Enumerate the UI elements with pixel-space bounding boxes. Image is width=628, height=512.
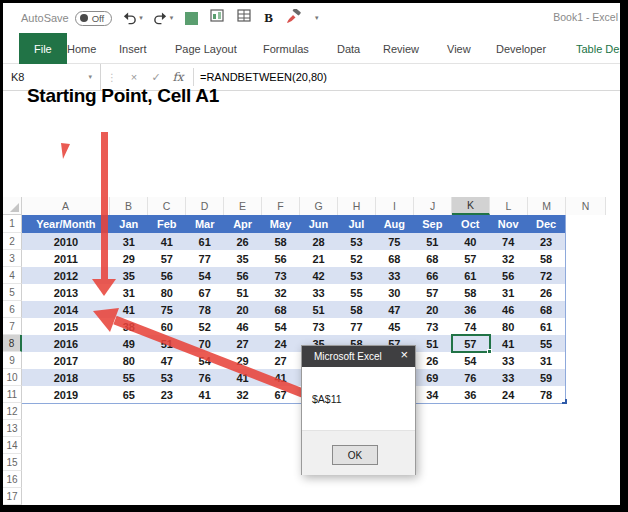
dialog-close-icon[interactable]: × [400, 347, 408, 362]
row-header-4[interactable]: 4 [3, 267, 22, 284]
table-cell[interactable]: 26 [413, 352, 451, 369]
table-cell[interactable]: 69 [413, 369, 451, 386]
table-cell[interactable]: 26 [224, 233, 262, 250]
tab-file[interactable]: File [19, 33, 67, 64]
table-cell[interactable]: 33 [489, 369, 527, 386]
undo-button[interactable]: ▾ [122, 11, 143, 25]
table-header-cell[interactable]: Jan [110, 215, 148, 233]
table-cell[interactable]: 68 [527, 301, 565, 318]
table-cell[interactable]: 58 [527, 250, 565, 267]
table-cell[interactable]: 68 [262, 301, 300, 318]
table-header-cell[interactable]: Jun [300, 215, 338, 233]
table-cell[interactable]: 24 [262, 335, 300, 352]
column-header-N[interactable]: N [566, 197, 606, 215]
table-cell[interactable]: 41 [186, 386, 224, 403]
table-cell[interactable]: 58 [337, 301, 375, 318]
table-cell[interactable]: 24 [489, 386, 527, 403]
tab-insert[interactable]: Insert [117, 33, 149, 64]
row-header-14[interactable]: 14 [3, 437, 22, 454]
table-cell[interactable]: 80 [110, 352, 148, 369]
table-cell[interactable]: 53 [337, 267, 375, 284]
table-cell[interactable]: 78 [186, 301, 224, 318]
table-cell[interactable]: 56 [489, 267, 527, 284]
tab-developer[interactable]: Developer [494, 33, 548, 64]
table-cell[interactable]: 59 [527, 369, 565, 386]
table-cell[interactable]: 80 [489, 318, 527, 335]
table-cell[interactable]: 20 [413, 301, 451, 318]
table-cell[interactable]: 41 [110, 301, 148, 318]
enter-formula-icon[interactable]: ✓ [145, 71, 167, 84]
tab-data[interactable]: Data [335, 33, 362, 64]
column-header-B[interactable]: B [110, 197, 148, 215]
table-cell[interactable]: 30 [375, 284, 413, 301]
table-cell[interactable]: 72 [527, 267, 565, 284]
table-cell[interactable]: 2010 [22, 233, 110, 250]
table-cell[interactable]: 75 [375, 233, 413, 250]
table-cell[interactable]: 36 [451, 301, 489, 318]
table-cell[interactable]: 57 [451, 250, 489, 267]
column-header-G[interactable]: G [300, 197, 338, 215]
table-cell[interactable]: 70 [186, 335, 224, 352]
select-all-button[interactable] [3, 197, 22, 215]
table-cell[interactable]: 31 [527, 352, 565, 369]
row-header-13[interactable]: 13 [3, 420, 22, 437]
table-cell[interactable]: 54 [451, 352, 489, 369]
row-header-10[interactable]: 10 [3, 369, 22, 386]
column-header-F[interactable]: F [262, 197, 300, 215]
table-cell[interactable]: 51 [300, 301, 338, 318]
table-cell[interactable]: 41 [148, 233, 186, 250]
table-cell[interactable]: 76 [186, 369, 224, 386]
table-cell[interactable]: 36 [451, 386, 489, 403]
table-cell[interactable]: 47 [375, 301, 413, 318]
table-cell[interactable]: 2016 [22, 335, 110, 352]
tab-formulas[interactable]: Formulas [261, 33, 311, 64]
tab-view[interactable]: View [445, 33, 473, 64]
table-header-cell[interactable]: Sep [413, 215, 451, 233]
table-cell[interactable]: 73 [413, 318, 451, 335]
table-cell[interactable]: 74 [489, 233, 527, 250]
table-cell[interactable]: 54 [186, 267, 224, 284]
table-cell[interactable]: 45 [375, 318, 413, 335]
fill-color-swatch-icon[interactable] [185, 12, 198, 25]
table-cell[interactable]: 61 [527, 318, 565, 335]
table-cell[interactable]: 28 [300, 233, 338, 250]
table-cell[interactable]: 29 [110, 250, 148, 267]
redo-dropdown-icon[interactable]: ▾ [170, 14, 174, 22]
row-header-15[interactable]: 15 [3, 454, 22, 471]
undo-dropdown-icon[interactable]: ▾ [139, 14, 143, 22]
table-cell[interactable]: 61 [451, 267, 489, 284]
table-cell[interactable]: 27 [262, 352, 300, 369]
table-cell[interactable]: 33 [375, 267, 413, 284]
table-cell[interactable]: 74 [451, 318, 489, 335]
table-cell[interactable]: 51 [413, 335, 451, 352]
table-cell[interactable]: 66 [413, 267, 451, 284]
row-header-5[interactable]: 5 [3, 284, 22, 301]
table-cell[interactable]: 80 [148, 284, 186, 301]
column-header-D[interactable]: D [186, 197, 224, 215]
table-cell[interactable]: 46 [489, 301, 527, 318]
table-cell[interactable]: 54 [186, 352, 224, 369]
column-header-J[interactable]: J [414, 197, 452, 215]
row-header-8[interactable]: 8 [3, 335, 22, 352]
column-header-K[interactable]: K [452, 197, 490, 215]
table-cell[interactable]: 2013 [22, 284, 110, 301]
row-header-17[interactable]: 17 [3, 488, 22, 505]
format-painter-button[interactable] [285, 9, 301, 28]
table-cell[interactable]: 41 [489, 335, 527, 352]
table-header-cell[interactable]: Year/Month [22, 215, 110, 233]
table-cell[interactable]: 60 [148, 318, 186, 335]
table-cell[interactable]: 51 [224, 284, 262, 301]
row-header-16[interactable]: 16 [3, 471, 22, 488]
column-header-A[interactable]: A [22, 197, 110, 215]
table-cell[interactable]: 57 [148, 250, 186, 267]
table-cell[interactable]: 35 [224, 250, 262, 267]
tab-review[interactable]: Review [381, 33, 421, 64]
table-cell[interactable]: 2015 [22, 318, 110, 335]
autosave-toggle[interactable]: Off [75, 11, 113, 26]
table-cell[interactable]: 34 [413, 386, 451, 403]
table-cell[interactable]: 32 [262, 284, 300, 301]
table-cell[interactable]: 56 [148, 267, 186, 284]
table-header-cell[interactable]: May [262, 215, 300, 233]
table-cell[interactable]: 38 [110, 318, 148, 335]
table-header-cell[interactable]: Feb [148, 215, 186, 233]
